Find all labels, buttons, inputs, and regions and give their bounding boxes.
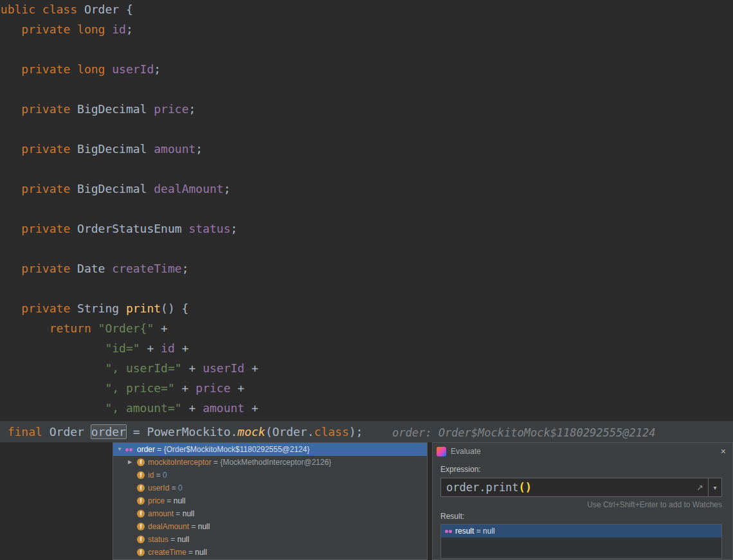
variable-name: id [148,471,154,480]
chevron-expanded-icon[interactable]: ▼ [116,443,123,456]
field-icon: f [137,484,145,492]
variable-name: userId [148,483,169,492]
expression-history-dropdown[interactable]: ▾ [708,478,721,496]
field-icon: f [137,536,145,543]
result-label: Result: [440,512,722,521]
code-token [0,102,21,116]
code-token: + [147,341,161,355]
code-line: private long id; [0,23,133,37]
variable-row[interactable]: fcreateTime = null [113,546,427,559]
code-token: + [182,341,189,355]
code-token: ; [195,142,203,156]
variable-value: {Order$MockitoMock$1180292555@2124} [164,445,310,454]
expression-input[interactable]: order.print() [441,481,692,494]
code-token: private [21,142,77,156]
equals-separator: = [155,445,164,454]
evaluate-titlebar[interactable]: Evaluate × [433,443,732,460]
code-token: () [519,481,532,494]
expression-combobox[interactable]: order.print() ↗ ▾ [440,478,722,497]
code-token [0,401,105,415]
result-list: result = null [440,524,722,559]
variable-row[interactable]: ▼order = {Order$MockitoMock$1180292555@2… [113,443,427,456]
variable-name: createTime [148,548,186,557]
debugger-variables-popup: ▼order = {Order$MockitoMock$1180292555@2… [113,442,428,560]
result-row[interactable]: result = null [441,525,721,537]
code-token: () { [161,302,188,315]
variable-row[interactable]: fdealAmount = null [113,520,427,533]
code-token: id [112,23,126,36]
expand-editor-icon[interactable]: ↗ [692,483,708,492]
code-token: createTime [112,262,181,275]
code-token [0,321,50,335]
code-line: ", price=" + price + [0,381,244,395]
code-token: ; [224,182,231,195]
chevron-collapsed-icon[interactable]: ▶ [126,456,134,469]
code-token: final [8,425,50,438]
code-token [0,425,8,438]
code-token: private [21,102,77,116]
value-icon [125,446,132,453]
variable-value: 0 [163,471,167,480]
code-token: status [188,222,230,235]
evaluate-window: Evaluate × Expression: order.print() ↗ ▾… [432,442,733,560]
code-token: price [154,102,188,116]
variable-text: mockitoInterceptor = {MockMethodIntercep… [148,456,331,469]
code-line: return "Order{" + [0,321,168,336]
variable-row[interactable]: fprice = null [113,494,427,507]
field-icon: f [137,548,145,556]
add-to-watches-hint: Use Ctrl+Shift+Enter to add to Watches [440,500,722,509]
code-token: return [50,321,98,335]
code-line: private String print() { [0,302,188,316]
variable-name: order [137,445,155,454]
code-token: BigDecimal [77,102,154,116]
value-icon [445,527,452,535]
variable-value: 0 [178,483,183,492]
code-token: amount [154,142,195,156]
variable-text: price = null [148,494,185,507]
code-token: ); [349,425,363,438]
close-icon[interactable]: × [721,446,726,456]
code-token: + [251,401,258,415]
variables-list: ▼order = {Order$MockitoMock$1180292555@2… [113,443,427,559]
code-token: + [188,361,203,375]
code-token [0,23,21,36]
variable-text: createTime = null [148,546,207,559]
code-line: public class Order { [0,3,133,17]
variable-value: null [174,496,186,505]
field-icon: f [137,510,145,518]
code-token: "Order{" [98,321,161,335]
variable-row[interactable]: ▶fmockitoInterceptor = {MockMethodInterc… [113,456,427,469]
code-token: ; [230,222,237,235]
code-token [0,381,105,395]
code-token [0,182,21,195]
code-token: BigDecimal [77,142,154,156]
code-line: private BigDecimal price; [0,102,195,116]
code-token: ; [182,262,189,275]
code-token [0,222,21,235]
variable-text: dealAmount = null [148,520,210,533]
code-token: Date [77,262,112,275]
code-token: (Order. [266,425,314,438]
code-token: userId [203,361,251,375]
variable-text: amount = null [148,507,194,520]
field-icon: f [137,458,145,466]
variable-row[interactable]: fstatus = null [113,533,427,546]
code-token: = PowerMockito. [126,425,237,438]
variable-row[interactable]: fid = 0 [113,469,427,482]
code-token: class [42,3,84,16]
code-line: "id=" + id + [0,341,188,356]
code-token: + [251,361,258,375]
code-token: private long [21,62,112,76]
result-name: result [455,525,474,537]
code-token: private [21,302,77,315]
equals-separator: = [154,471,163,480]
variable-row[interactable]: fuserId = 0 [113,482,427,494]
code-line: private BigDecimal dealAmount; [0,182,231,196]
code-line: ", amount=" + amount + [0,401,258,415]
evaluate-body: Expression: order.print() ↗ ▾ Use Ctrl+S… [433,460,732,559]
code-token: price [195,381,237,395]
intellij-logo-icon [437,447,446,456]
equals-separator: = [165,496,174,505]
variable-row[interactable]: famount = null [113,507,427,520]
code-token: private [21,182,77,195]
